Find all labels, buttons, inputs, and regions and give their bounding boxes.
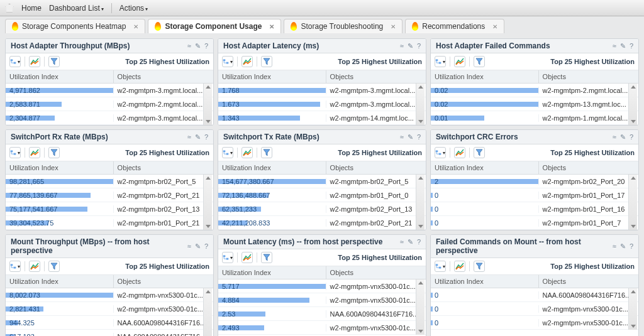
table-row[interactable]: 77,865,139.667w2-mgmtpm-br02_Port_21 xyxy=(6,188,213,202)
table-row[interactable]: 2,821.431w2-mgmtpm-vnx5300-01c... xyxy=(6,302,213,316)
hierarchy-icon[interactable]: ▾ xyxy=(435,147,446,158)
table-row[interactable]: 98,281,665w2-mgmtpm-br02_Port_5 xyxy=(6,175,213,188)
tab[interactable]: Storage Components Heatmap✕ xyxy=(5,19,145,33)
scrollbar[interactable] xyxy=(203,84,212,125)
table-row[interactable]: 154,677,380.667w2-mgmtpm-br02_Port_5 xyxy=(218,175,426,188)
filter-icon[interactable] xyxy=(48,56,60,67)
col-objects[interactable]: Objects xyxy=(326,266,426,279)
tab[interactable]: Recommendations✕ xyxy=(405,19,504,33)
collapse-icon[interactable]: ≈ xyxy=(400,238,404,246)
table-row[interactable]: 39,304,523.75w2-mgmtpm-br01_Port_21 xyxy=(6,216,213,230)
help-icon[interactable]: ? xyxy=(204,242,208,251)
col-utilization-index[interactable]: Utilization Index xyxy=(218,161,326,174)
help-icon[interactable]: ? xyxy=(630,242,633,251)
table-row[interactable]: 0.02w2-mgmtpm-13.mgmt.loc... xyxy=(431,97,638,111)
hierarchy-icon[interactable]: ▾ xyxy=(435,56,446,67)
collapse-icon[interactable]: ≈ xyxy=(613,42,616,50)
table-row[interactable]: 1.768w2-mgmtpm-3.mgmt.local... xyxy=(218,84,426,97)
close-icon[interactable]: ✕ xyxy=(391,23,396,30)
chart-icon[interactable] xyxy=(454,56,465,67)
table-row[interactable]: 2,583.871w2-mgmtpm-2.mgmt.local... xyxy=(6,97,213,111)
collapse-icon[interactable]: ≈ xyxy=(187,133,191,141)
scrollbar[interactable] xyxy=(203,175,212,230)
scrollbar[interactable] xyxy=(628,84,637,125)
table-row[interactable]: 5.717w2-mgmtpm-vnx5300-01c... xyxy=(218,279,426,293)
table-row[interactable]: 0w2-mgmtpm-vnx5300-01c... xyxy=(431,302,638,316)
table-row[interactable]: 0.01w2-mgmtpm-1.mgmt.local... xyxy=(431,111,638,125)
chart-icon[interactable] xyxy=(454,147,465,158)
close-icon[interactable]: ✕ xyxy=(492,23,497,30)
edit-icon[interactable]: ✎ xyxy=(620,42,626,50)
tab[interactable]: Storage Troubleshooting✕ xyxy=(284,19,402,33)
tab[interactable]: Storage Component Usage✕ xyxy=(148,19,281,33)
filter-icon[interactable] xyxy=(261,252,272,263)
scrollbar[interactable] xyxy=(628,288,637,330)
table-row[interactable]: 2,304.877w2-mgmtpm-3.mgmt.local... xyxy=(6,111,213,125)
edit-icon[interactable]: ✎ xyxy=(408,133,413,141)
edit-icon[interactable]: ✎ xyxy=(195,42,201,50)
hierarchy-icon[interactable]: ▾ xyxy=(222,252,233,263)
help-icon[interactable]: ? xyxy=(204,133,208,141)
table-row[interactable]: 4,971.862w2-mgmtpm-3.mgmt.local... xyxy=(6,84,213,97)
table-row[interactable]: 75,177,541.667w2-mgmtpm-br02_Port_13 xyxy=(6,202,213,216)
chart-icon[interactable] xyxy=(242,147,253,158)
chart-icon[interactable] xyxy=(242,56,253,67)
help-icon[interactable]: ? xyxy=(417,238,421,246)
table-row[interactable]: 944.325NAA.600A098044316F716... xyxy=(6,316,213,330)
table-row[interactable]: 617.103NAA.600A098044316F716... xyxy=(6,330,213,336)
table-row[interactable]: 8,002.073w2-mgmtpm-vnx5300-01c... xyxy=(6,288,213,302)
hierarchy-icon[interactable]: ▾ xyxy=(9,147,21,158)
table-row[interactable]: 0w2-mgmtpm-vnx5300-01c... xyxy=(431,316,638,330)
edit-icon[interactable]: ✎ xyxy=(195,133,201,141)
help-icon[interactable]: ? xyxy=(630,133,633,141)
scrollbar[interactable] xyxy=(416,279,425,335)
collapse-icon[interactable]: ≈ xyxy=(187,42,191,50)
col-objects[interactable]: Objects xyxy=(114,275,213,288)
col-objects[interactable]: Objects xyxy=(539,275,638,288)
home-link[interactable]: Home xyxy=(21,4,42,13)
hierarchy-icon[interactable]: ▾ xyxy=(9,56,21,67)
table-row[interactable]: 2.53NAA.600A098044316F716... xyxy=(218,307,426,321)
help-icon[interactable]: ? xyxy=(417,133,421,141)
collapse-icon[interactable]: ≈ xyxy=(613,133,616,141)
col-objects[interactable]: Objects xyxy=(114,161,213,174)
chart-icon[interactable] xyxy=(454,261,465,272)
filter-icon[interactable] xyxy=(474,147,485,158)
actions-menu[interactable]: Actions▾ xyxy=(119,4,148,13)
table-row[interactable]: 1.343w2-mgmtpm-14.mgmt.loc... xyxy=(218,111,426,125)
col-objects[interactable]: Objects xyxy=(326,161,426,174)
table-row[interactable]: 4.884w2-mgmtpm-vnx5300-01c... xyxy=(218,293,426,307)
collapse-icon[interactable]: ≈ xyxy=(187,242,191,251)
hierarchy-icon[interactable]: ▾ xyxy=(435,261,446,272)
chart-icon[interactable] xyxy=(29,147,40,158)
table-row[interactable]: 1.673w2-mgmtpm-3.mgmt.local... xyxy=(218,97,426,111)
col-objects[interactable]: Objects xyxy=(539,70,638,83)
collapse-icon[interactable]: ≈ xyxy=(400,42,404,50)
col-objects[interactable]: Objects xyxy=(326,70,426,83)
col-utilization-index[interactable]: Utilization Index xyxy=(6,275,114,288)
scrollbar[interactable] xyxy=(416,175,425,230)
table-row[interactable]: 62,351,233w2-mgmtpm-br02_Port_13 xyxy=(218,202,426,216)
scrollbar[interactable] xyxy=(628,175,637,230)
chart-icon[interactable] xyxy=(242,252,253,263)
edit-icon[interactable]: ✎ xyxy=(620,242,626,251)
collapse-icon[interactable]: ≈ xyxy=(400,133,404,141)
dashboard-list-menu[interactable]: Dashboard List▾ xyxy=(49,4,104,13)
filter-icon[interactable] xyxy=(474,261,485,272)
col-utilization-index[interactable]: Utilization Index xyxy=(218,70,326,83)
table-row[interactable]: 2w2-mgmtpm-br02_Port_20 xyxy=(431,175,638,188)
hierarchy-icon[interactable]: ▾ xyxy=(222,147,233,158)
col-utilization-index[interactable]: Utilization Index xyxy=(6,70,114,83)
hierarchy-icon[interactable]: ▾ xyxy=(9,261,21,272)
filter-icon[interactable] xyxy=(48,261,60,272)
help-icon[interactable]: ? xyxy=(417,42,421,50)
edit-icon[interactable]: ✎ xyxy=(408,238,413,246)
col-utilization-index[interactable]: Utilization Index xyxy=(431,70,539,83)
col-utilization-index[interactable]: Utilization Index xyxy=(431,161,539,174)
table-row[interactable]: 0NAA.600A098044316F716... xyxy=(431,288,638,302)
edit-icon[interactable]: ✎ xyxy=(195,242,201,251)
col-utilization-index[interactable]: Utilization Index xyxy=(431,275,539,288)
col-utilization-index[interactable]: Utilization Index xyxy=(218,266,326,279)
scrollbar[interactable] xyxy=(203,288,212,336)
table-row[interactable]: 42,211,208.833w2-mgmtpm-br02_Port_21 xyxy=(218,216,426,230)
